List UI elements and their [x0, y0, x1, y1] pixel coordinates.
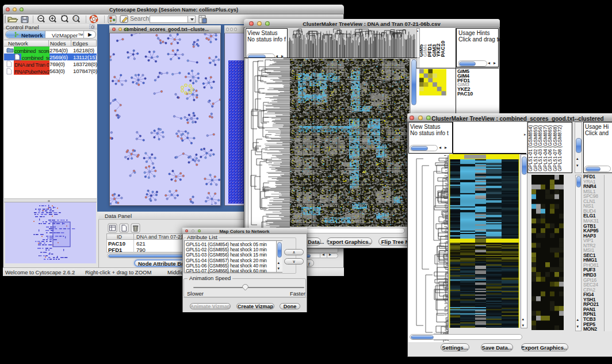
- svg-text:GPL51-08 (GSM872): GPL51-08 (GSM872): [557, 125, 563, 171]
- svg-text:PAC10: PAC10: [440, 41, 446, 57]
- svg-text:1:1: 1:1: [74, 17, 78, 20]
